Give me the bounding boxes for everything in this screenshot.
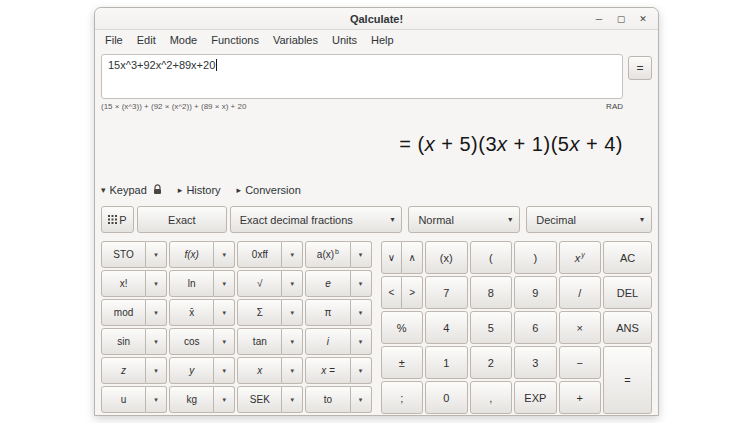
keypad-button-mod[interactable]: mod: [101, 299, 146, 326]
keypad-dropdown-cos[interactable]: ▾: [214, 328, 235, 355]
keypad-button-left[interactable]: <: [381, 276, 403, 309]
keypad-button-9[interactable]: 9: [514, 276, 557, 309]
keypad-button-2[interactable]: 2: [470, 346, 513, 379]
keypad-lock-icon[interactable]: [153, 184, 162, 197]
menu-item-functions[interactable]: Functions: [204, 32, 266, 48]
keypad-button-3[interactable]: 3: [514, 346, 557, 379]
keypad-button-x-parens[interactable]: (x): [425, 241, 468, 274]
keypad-dropdown-x[interactable]: ▾: [282, 357, 303, 384]
keypad-button-minus[interactable]: −: [559, 346, 602, 379]
number-base-select[interactable]: Decimal ▾: [526, 206, 652, 233]
keypad-button-x-equals[interactable]: x =: [305, 357, 350, 384]
keypad-dropdown-pi[interactable]: ▾: [351, 299, 372, 326]
keypad-dropdown-y[interactable]: ▾: [214, 357, 235, 384]
keypad-button-sek[interactable]: SEK: [237, 386, 282, 413]
keypad-dropdown-u[interactable]: ▾: [146, 386, 167, 413]
keypad-dropdown-sin[interactable]: ▾: [146, 328, 167, 355]
tab-history[interactable]: ▸ History: [178, 184, 221, 196]
keypad-button-sin[interactable]: sin: [101, 328, 146, 355]
minimize-icon[interactable]: ─: [593, 13, 605, 25]
keypad-button-plusminus[interactable]: ±: [381, 346, 424, 379]
keypad-dropdown-mean[interactable]: ▾: [214, 299, 235, 326]
keypad-dropdown-sto[interactable]: ▾: [146, 241, 167, 268]
keypad-dropdown-e[interactable]: ▾: [351, 270, 372, 297]
menu-item-help[interactable]: Help: [364, 32, 401, 48]
keypad-button-mean[interactable]: x̄: [169, 299, 214, 326]
expression-input[interactable]: 15x^3+92x^2+89x+20: [101, 54, 623, 99]
exact-toggle-button[interactable]: Exact: [137, 206, 227, 233]
keypad-button-factorial[interactable]: x!: [101, 270, 146, 297]
keypad-button-imaginary[interactable]: i: [305, 328, 350, 355]
display-mode-select[interactable]: Normal ▾: [408, 206, 520, 233]
keypad-button-7[interactable]: 7: [425, 276, 468, 309]
keypad-button-plus[interactable]: +: [559, 381, 602, 414]
keypad-button-y[interactable]: y: [169, 357, 214, 384]
close-icon[interactable]: ✕: [637, 13, 649, 25]
keypad-dropdown-imaginary[interactable]: ▾: [351, 328, 372, 355]
keypad-button-percent[interactable]: %: [381, 311, 424, 344]
keypad-button-sum[interactable]: Σ: [237, 299, 282, 326]
tab-conversion[interactable]: ▸ Conversion: [237, 184, 301, 196]
menu-item-file[interactable]: File: [98, 32, 130, 48]
keypad-button-0[interactable]: 0: [425, 381, 468, 414]
keypad-button-cos[interactable]: cos: [169, 328, 214, 355]
keypad-dropdown-to[interactable]: ▾: [351, 386, 372, 413]
keypad-button-equals[interactable]: =: [603, 346, 652, 414]
keypad-button-pi[interactable]: π: [305, 299, 350, 326]
keypad-button-decimal-separator[interactable]: ,: [470, 381, 513, 414]
keypad-button-1[interactable]: 1: [425, 346, 468, 379]
titlebar[interactable]: Qalculate! ─ ▢ ✕: [95, 8, 658, 30]
keypad-button-sqrt[interactable]: √: [237, 270, 282, 297]
keypad-button-down[interactable]: ∨: [381, 241, 403, 274]
menu-item-units[interactable]: Units: [325, 32, 364, 48]
keypad-button-exp[interactable]: EXP: [514, 381, 557, 414]
keypad-dropdown-tan[interactable]: ▾: [282, 328, 303, 355]
keypad-dropdown-sqrt[interactable]: ▾: [282, 270, 303, 297]
keypad-button-right[interactable]: >: [402, 276, 423, 309]
programming-keypad-toggle[interactable]: P: [101, 206, 134, 233]
keypad-dropdown-factorial[interactable]: ▾: [146, 270, 167, 297]
keypad-button-5[interactable]: 5: [470, 311, 513, 344]
keypad-button-function-ab[interactable]: a(x)b: [305, 241, 350, 268]
keypad-button-del[interactable]: DEL: [603, 276, 652, 309]
keypad-button-close-paren[interactable]: ): [514, 241, 557, 274]
keypad-button-fx[interactable]: f(x): [169, 241, 214, 268]
keypad-button-up[interactable]: ∧: [402, 241, 423, 274]
menu-item-mode[interactable]: Mode: [163, 32, 205, 48]
menu-item-variables[interactable]: Variables: [266, 32, 325, 48]
keypad-button-ln[interactable]: ln: [169, 270, 214, 297]
keypad-dropdown-sum[interactable]: ▾: [282, 299, 303, 326]
keypad-button-multiply[interactable]: ×: [559, 311, 602, 344]
keypad-button-u[interactable]: u: [101, 386, 146, 413]
keypad-button-sto[interactable]: STO: [101, 241, 146, 268]
keypad-dropdown-z[interactable]: ▾: [146, 357, 167, 384]
fraction-mode-select[interactable]: Exact decimal fractions ▾: [230, 206, 403, 233]
keypad-button-tan[interactable]: tan: [237, 328, 282, 355]
keypad-button-8[interactable]: 8: [470, 276, 513, 309]
keypad-button-x[interactable]: x: [237, 357, 282, 384]
keypad-button-power[interactable]: xy: [559, 241, 602, 274]
keypad-button-4[interactable]: 4: [425, 311, 468, 344]
keypad-dropdown-x-equals[interactable]: ▾: [351, 357, 372, 384]
keypad-button-ans[interactable]: ANS: [603, 311, 652, 344]
keypad-dropdown-kg[interactable]: ▾: [214, 386, 235, 413]
keypad-button-6[interactable]: 6: [514, 311, 557, 344]
keypad-button-to[interactable]: to: [305, 386, 350, 413]
keypad-button-kg[interactable]: kg: [169, 386, 214, 413]
keypad-button-z[interactable]: z: [101, 357, 146, 384]
menu-item-edit[interactable]: Edit: [130, 32, 163, 48]
keypad-button-ac[interactable]: AC: [603, 241, 652, 274]
maximize-icon[interactable]: ▢: [615, 13, 627, 25]
keypad-dropdown-hex[interactable]: ▾: [282, 241, 303, 268]
keypad-button-hex[interactable]: 0xff: [237, 241, 282, 268]
tab-keypad[interactable]: ▾ Keypad: [101, 184, 162, 197]
keypad-button-divide[interactable]: /: [559, 276, 602, 309]
keypad-button-semicolon[interactable]: ;: [381, 381, 424, 414]
calculate-button[interactable]: =: [628, 56, 652, 80]
keypad-dropdown-sek[interactable]: ▾: [282, 386, 303, 413]
keypad-button-open-paren[interactable]: (: [470, 241, 513, 274]
keypad-button-e[interactable]: e: [305, 270, 350, 297]
keypad-dropdown-fx[interactable]: ▾: [214, 241, 235, 268]
keypad-dropdown-mod[interactable]: ▾: [146, 299, 167, 326]
keypad-dropdown-ln[interactable]: ▾: [214, 270, 235, 297]
